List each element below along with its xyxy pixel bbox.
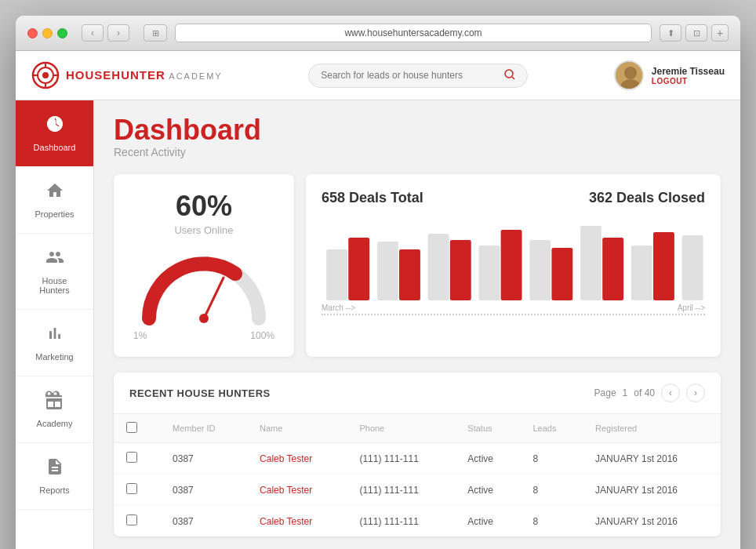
- logout-button[interactable]: LOGOUT: [652, 77, 725, 85]
- back-button[interactable]: ‹: [82, 24, 104, 42]
- sidebar-item-house-hunters[interactable]: House Hunters: [16, 234, 93, 310]
- pagination: Page 1 of 40 ‹ ›: [594, 384, 705, 402]
- cell-leads: 8: [520, 443, 583, 474]
- cell-leads: 8: [520, 474, 583, 506]
- row-checkbox-1[interactable]: [126, 483, 137, 494]
- svg-rect-26: [602, 238, 623, 300]
- svg-rect-25: [580, 226, 602, 300]
- sidebar-item-marketing-label: Marketing: [35, 352, 73, 362]
- sidebar-item-marketing[interactable]: Marketing: [16, 310, 93, 376]
- pagination-current: 1: [623, 387, 628, 398]
- member-link-0[interactable]: Caleb Tester: [260, 453, 312, 464]
- gauge-percent: 60%: [176, 190, 232, 223]
- sidebar-item-reports-label: Reports: [39, 485, 70, 495]
- svg-point-10: [624, 67, 637, 79]
- new-tab-button[interactable]: +: [711, 24, 729, 42]
- sidebar-item-house-hunters-label: House Hunters: [39, 276, 70, 295]
- cell-status: Active: [455, 443, 520, 474]
- member-link-2[interactable]: Caleb Tester: [260, 516, 312, 527]
- browser-nav: ‹ ›: [82, 24, 129, 42]
- svg-rect-18: [399, 249, 420, 300]
- cell-name: Caleb Tester: [247, 506, 347, 537]
- row-checkbox-2[interactable]: [126, 514, 137, 525]
- svg-rect-16: [348, 238, 369, 300]
- svg-rect-22: [501, 230, 522, 300]
- cell-member-id: 0387: [160, 474, 247, 506]
- forward-button[interactable]: ›: [107, 24, 129, 42]
- sidebar-item-properties-label: Properties: [35, 209, 74, 219]
- sidebar-item-properties[interactable]: Properties: [16, 167, 93, 234]
- page-title: Dashboard: [114, 116, 721, 144]
- chart-axis-left: March -->: [322, 304, 355, 312]
- cell-status: Active: [455, 474, 520, 506]
- col-registered: Registered: [583, 414, 721, 443]
- marketing-icon: [45, 324, 64, 347]
- minimize-dot[interactable]: [42, 28, 53, 38]
- svg-rect-23: [529, 240, 551, 300]
- chart-stat-total: 658 Deals Total: [322, 190, 423, 206]
- sidebar-item-academy[interactable]: Academy: [16, 376, 93, 443]
- col-member-id: Member ID: [160, 414, 247, 443]
- house-hunters-icon: [45, 248, 64, 271]
- svg-rect-15: [326, 249, 347, 300]
- svg-rect-28: [653, 232, 674, 300]
- chart-dotted-line: [322, 314, 705, 315]
- maximize-dot[interactable]: [57, 28, 67, 38]
- dashboard-icon: [45, 115, 64, 138]
- fullscreen-button[interactable]: ⊡: [685, 24, 707, 42]
- browser-titlebar: ‹ › ⊞ www.househuntersacademy.com ⬆ ⊡ +: [16, 16, 740, 51]
- close-dot[interactable]: [27, 28, 38, 38]
- cell-registered: JANUARY 1st 2016: [583, 443, 721, 474]
- chart-stat-total-value: 658 Deals Total: [322, 190, 423, 206]
- row-checkbox-0[interactable]: [126, 452, 137, 463]
- bar-chart: March --> April -->: [322, 218, 705, 312]
- cell-status: Active: [455, 506, 520, 537]
- app-header: HOUSEHUNTER ACADEMY: [16, 51, 740, 100]
- select-all-checkbox[interactable]: [126, 422, 137, 433]
- svg-point-14: [199, 314, 209, 323]
- cell-phone: (111) 111-111: [347, 506, 455, 537]
- search-input[interactable]: [321, 70, 498, 81]
- pagination-next-button[interactable]: ›: [686, 384, 705, 402]
- svg-line-8: [512, 77, 514, 79]
- logo-area: HOUSEHUNTER ACADEMY: [31, 61, 223, 89]
- cell-phone: (111) 111-111: [347, 474, 455, 506]
- svg-rect-17: [377, 242, 398, 300]
- app-body: Dashboard Properties House Hunters: [16, 100, 740, 549]
- data-table: Member ID Name Phone Status Leads Regist…: [114, 414, 721, 536]
- sidebar: Dashboard Properties House Hunters: [16, 100, 94, 549]
- stats-row: 60% Users Online: [114, 174, 721, 357]
- col-phone: Phone: [347, 414, 455, 443]
- gauge-label: Users Online: [174, 224, 233, 236]
- chart-header: 658 Deals Total 362 Deals Closed: [322, 190, 705, 206]
- table-header: RECENT HOUSE HUNTERS Page 1 of 40 ‹ ›: [114, 373, 721, 414]
- chart-axis-right: April -->: [678, 304, 705, 312]
- svg-rect-19: [428, 234, 449, 300]
- svg-rect-24: [551, 248, 572, 300]
- academy-icon: [45, 391, 64, 414]
- gauge-minmax: 1% 100%: [133, 330, 274, 341]
- col-leads: Leads: [520, 414, 583, 443]
- pagination-prev-button[interactable]: ‹: [661, 384, 680, 402]
- table-row: 0387 Caleb Tester (111) 111-111 Active 8…: [114, 506, 721, 537]
- gauge-card: 60% Users Online: [114, 174, 294, 357]
- svg-rect-21: [478, 245, 500, 300]
- browser-tab-button[interactable]: ⊞: [144, 24, 167, 42]
- col-status: Status: [455, 414, 520, 443]
- pagination-text: Page: [594, 387, 616, 398]
- cell-leads: 8: [520, 506, 583, 537]
- main-content: Dashboard Recent Activity 60% Users Onli…: [94, 100, 740, 549]
- chart-stat-closed-value: 362 Deals Closed: [589, 190, 705, 206]
- app-container: HOUSEHUNTER ACADEMY: [16, 51, 740, 549]
- svg-point-7: [505, 70, 513, 78]
- sidebar-item-reports[interactable]: Reports: [16, 443, 93, 510]
- chart-card: 658 Deals Total 362 Deals Closed: [306, 174, 721, 357]
- url-bar[interactable]: www.househuntersacademy.com: [175, 24, 652, 42]
- browser-window: ‹ › ⊞ www.househuntersacademy.com ⬆ ⊡ +: [16, 16, 740, 549]
- share-button[interactable]: ⬆: [660, 24, 681, 42]
- cell-registered: JANUARY 1st 2016: [583, 474, 721, 506]
- sidebar-item-dashboard[interactable]: Dashboard: [16, 100, 93, 167]
- sidebar-item-dashboard-label: Dashboard: [34, 143, 76, 152]
- member-link-1[interactable]: Caleb Tester: [260, 485, 312, 496]
- col-checkbox: [114, 414, 160, 443]
